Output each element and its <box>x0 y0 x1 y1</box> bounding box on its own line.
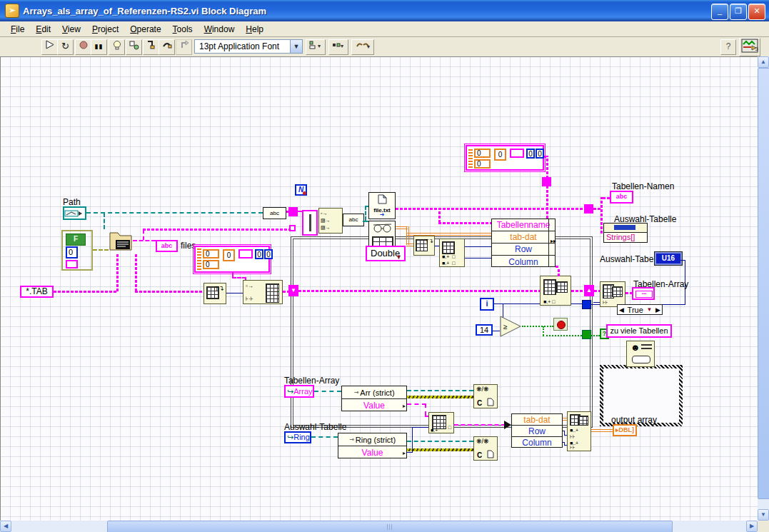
title-bar[interactable]: ➢ Arrays_als_array_of_Referenzen-RS2.vi … <box>0 0 769 21</box>
stop-terminal[interactable] <box>553 318 568 331</box>
list-folder-node[interactable] <box>109 229 133 254</box>
context-help-button[interactable]: ? <box>720 39 736 55</box>
wire-limit[interactable] <box>493 331 500 331</box>
array-element-0[interactable]: 0 <box>474 149 491 158</box>
tunnel-open[interactable] <box>289 225 296 231</box>
wire-error1[interactable] <box>407 396 473 398</box>
cluster-constant-files[interactable]: 0 0 0 0 0 <box>194 246 270 273</box>
run-button[interactable] <box>41 39 58 55</box>
close-reference-node-2[interactable]: ❋/❋ C <box>473 436 498 461</box>
wire-transpose-out[interactable] <box>226 293 243 293</box>
strings-property-text[interactable]: Strings[] <box>606 233 635 241</box>
wire-pattern-up[interactable] <box>116 254 119 291</box>
array-convert-node[interactable]: ▫→▨→▨→ <box>318 208 343 234</box>
array-element-1[interactable]: 0 <box>203 260 219 269</box>
cluster-constant-left[interactable]: F 0 <box>61 230 93 271</box>
wire-build-out[interactable] <box>625 292 632 294</box>
retain-wire-values-button[interactable] <box>126 39 142 55</box>
reorder-objects-button[interactable]: ▾ <box>351 39 374 55</box>
horizontal-scrollbar[interactable]: ◀ ▶ <box>0 521 758 532</box>
menu-help[interactable]: Help <box>241 23 268 36</box>
step-out-button[interactable] <box>176 39 192 55</box>
wire-ref-to-close2[interactable] <box>407 441 473 442</box>
abort-button[interactable] <box>75 39 91 55</box>
step-over-button[interactable] <box>159 39 175 55</box>
numeric-blue-2[interactable]: 0 <box>264 249 273 259</box>
wire-compare-out[interactable] <box>522 326 553 327</box>
shift-register-right[interactable]: ▲ <box>584 285 594 296</box>
wire-ringvalue-in[interactable] <box>412 427 428 428</box>
ring-property-value-row[interactable]: Value <box>338 446 406 458</box>
wire-element-ref[interactable] <box>454 424 506 426</box>
wire-ref-to-close1[interactable] <box>407 390 473 391</box>
close-button[interactable]: ✕ <box>748 4 765 20</box>
wire-shiftreg-right[interactable] <box>571 290 584 292</box>
minimize-button[interactable]: _ <box>711 4 728 20</box>
ring-refnum-control[interactable]: ↪Ring <box>284 431 311 443</box>
case-next-icon[interactable]: ▶ <box>655 306 660 313</box>
menu-edit[interactable]: Edit <box>31 23 56 36</box>
wire-topcluster-down2[interactable] <box>546 186 548 219</box>
case-selector[interactable]: ◀ True ▼ ▶ <box>617 304 663 315</box>
wire-string-across[interactable] <box>396 208 584 210</box>
menu-operate[interactable]: Operate <box>125 23 166 36</box>
pause-button[interactable]: ▮▮ <box>91 39 107 55</box>
menu-file[interactable]: File <box>6 23 29 36</box>
bundle-row-tabellenname[interactable]: Tabellenname <box>492 219 555 231</box>
wire-cols[interactable] <box>465 258 491 259</box>
arr-property-value-row[interactable]: Value <box>342 399 406 411</box>
unbundle-row-column[interactable]: Column <box>512 437 562 448</box>
scroll-right-icon[interactable]: ▶ <box>746 521 758 532</box>
array-size-node[interactable]: ■.+ □ ■.+ □ <box>439 239 465 267</box>
too-many-tables-string[interactable]: zu viele Tabellen <box>606 324 672 338</box>
wire-u16-in[interactable] <box>680 260 685 261</box>
menu-project[interactable]: Project <box>87 23 124 36</box>
wire-arrayref[interactable] <box>314 391 341 392</box>
array-refnum-control[interactable]: ↪Array <box>284 385 314 398</box>
tunnel-u16[interactable] <box>582 300 591 309</box>
wire-cluster-to-folder[interactable] <box>93 249 109 251</box>
wire-to-abc[interactable] <box>603 197 610 199</box>
tabellen-array-indicator[interactable]: ▪▪▪ <box>632 287 655 300</box>
one-button-dialog-node[interactable]: ☻ <box>626 341 655 367</box>
wire-value-down[interactable] <box>425 403 426 416</box>
path-control[interactable] <box>63 206 86 220</box>
ring-dropdown-icon[interactable]: ▼ <box>396 251 402 264</box>
loop-count-terminal[interactable]: N <box>295 184 307 196</box>
double-ring-constant[interactable]: Double ▼ <box>366 246 406 261</box>
wire-string-junction-down[interactable] <box>438 209 441 223</box>
menu-view[interactable]: View <box>57 23 86 36</box>
wire-path-up[interactable] <box>365 206 366 221</box>
wire-2darray-branch2[interactable] <box>406 244 413 246</box>
bundle-row-column[interactable]: Column <box>492 256 555 268</box>
transpose-array-node[interactable]: T↴ <box>203 283 226 304</box>
scroll-left-icon[interactable]: ◀ <box>0 521 11 532</box>
vi-icon[interactable]: 3 <box>739 38 760 56</box>
wire-bool-out[interactable] <box>591 335 600 336</box>
vertical-scroll-thumb[interactable] <box>758 68 769 499</box>
numeric-orange[interactable]: 0 <box>494 149 506 161</box>
greater-equal-node[interactable]: ≥ <box>500 316 523 340</box>
tunnel-autoindex-in[interactable] <box>288 207 298 216</box>
wire-bool-to-tunnel[interactable] <box>543 335 582 336</box>
u16-indicator[interactable]: U16 <box>655 252 682 265</box>
distribute-objects-button[interactable]: ▾ <box>328 39 348 55</box>
cluster-constant-top[interactable]: 0 0 0 0 0 <box>466 145 544 171</box>
wire-right-junction[interactable] <box>600 197 603 234</box>
wire-cluster-down-2[interactable] <box>232 277 246 278</box>
insert-into-array-node[interactable]: ■.+ □ <box>540 276 571 306</box>
wire-files-up[interactable] <box>143 230 144 240</box>
wire-bundle-out[interactable] <box>556 266 560 268</box>
string-constant-empty[interactable] <box>66 260 78 268</box>
tunnel-right-strings[interactable] <box>584 204 593 214</box>
iteration-terminal[interactable]: i <box>480 298 494 311</box>
numeric-blue-2[interactable]: 0 <box>536 149 544 159</box>
numeric-blue-1[interactable]: 0 <box>255 249 263 259</box>
array-element-1[interactable]: 0 <box>474 159 491 169</box>
wire-dbl-out[interactable] <box>591 429 613 432</box>
wire-topcluster-down1[interactable] <box>546 156 548 179</box>
limit-constant[interactable]: 14 <box>476 324 493 336</box>
scroll-up-icon[interactable]: ▲ <box>758 56 769 68</box>
read-text-file-node[interactable]: file.txt ➜ <box>368 192 396 219</box>
maximize-button[interactable]: ❐ <box>730 4 747 20</box>
